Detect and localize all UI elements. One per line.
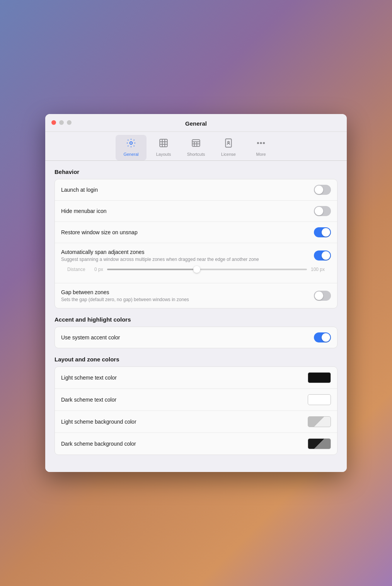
svg-point-14 xyxy=(260,142,261,143)
zone-colors-section-title: Layout and zone colors xyxy=(55,356,337,363)
svg-rect-6 xyxy=(192,140,200,146)
hide-menubar-content: Hide menubar icon xyxy=(61,208,309,215)
svg-rect-1 xyxy=(160,139,167,147)
minimize-button[interactable] xyxy=(59,120,64,125)
accent-section-title: Accent and highlight colors xyxy=(55,316,337,323)
dark-text-label: Dark scheme text color xyxy=(61,397,116,403)
launch-login-content: Launch at login xyxy=(61,186,309,193)
tab-license[interactable]: License xyxy=(213,135,244,160)
hide-menubar-label: Hide menubar icon xyxy=(61,208,107,214)
svg-point-12 xyxy=(228,141,229,143)
gap-zones-toggle[interactable] xyxy=(314,291,331,301)
svg-point-15 xyxy=(263,142,264,143)
tab-more[interactable]: More xyxy=(245,135,276,160)
auto-span-label: Automatically span adjacent zones xyxy=(61,249,145,255)
traffic-lights xyxy=(51,120,72,125)
toolbar: General Layouts xyxy=(45,132,347,160)
dark-bg-label: Dark scheme background color xyxy=(61,441,136,447)
dark-bg-color-swatch[interactable] xyxy=(308,438,331,449)
behavior-card: Launch at login Hide menubar icon Restor… xyxy=(55,179,337,309)
system-accent-content: Use system accent color xyxy=(61,334,309,341)
tab-general[interactable]: General xyxy=(116,135,147,160)
auto-span-description: Suggest spanning a window across multipl… xyxy=(61,256,309,263)
light-bg-row: Light scheme background color xyxy=(55,411,337,433)
tab-shortcuts[interactable]: Shortcuts xyxy=(181,135,211,160)
slider-thumb[interactable] xyxy=(193,266,200,273)
gap-zones-description: Sets the gap (default zero, no gap) betw… xyxy=(61,296,309,303)
distance-slider-row: Distance 0 px 100 px xyxy=(61,263,331,278)
slider-max-label: 100 px xyxy=(311,267,325,272)
light-bg-color-swatch[interactable] xyxy=(308,416,331,427)
svg-point-13 xyxy=(257,142,259,143)
gap-zones-row: Gap between zones Sets the gap (default … xyxy=(55,283,337,308)
main-window: General General xyxy=(45,114,347,472)
svg-point-0 xyxy=(130,141,133,144)
auto-span-toggle[interactable] xyxy=(314,250,331,261)
auto-span-content: Automatically span adjacent zones Sugges… xyxy=(61,249,309,263)
shortcuts-icon xyxy=(191,138,201,150)
distance-label: Distance xyxy=(67,267,90,272)
restore-window-label: Restore window size on unsnap xyxy=(61,229,138,235)
close-button[interactable] xyxy=(51,120,56,125)
gap-zones-content: Gap between zones Sets the gap (default … xyxy=(61,289,309,303)
distance-slider[interactable] xyxy=(107,269,307,270)
slider-fill xyxy=(107,269,197,270)
tab-more-label: More xyxy=(256,152,266,157)
more-icon xyxy=(256,138,266,150)
slider-min-label: 0 px xyxy=(94,267,103,272)
launch-login-toggle[interactable] xyxy=(314,185,331,195)
light-text-color-swatch[interactable] xyxy=(308,372,331,383)
restore-window-toggle[interactable] xyxy=(314,227,331,237)
tab-layouts[interactable]: Layouts xyxy=(148,135,179,160)
light-bg-label: Light scheme background color xyxy=(61,419,136,425)
launch-login-row: Launch at login xyxy=(55,179,337,201)
window-title: General xyxy=(185,120,207,131)
license-icon xyxy=(223,138,233,150)
system-accent-label: Use system accent color xyxy=(61,334,120,341)
hide-menubar-toggle[interactable] xyxy=(314,206,331,216)
auto-span-header: Automatically span adjacent zones Sugges… xyxy=(61,249,331,263)
hide-menubar-row: Hide menubar icon xyxy=(55,201,337,222)
maximize-button[interactable] xyxy=(67,120,72,125)
system-accent-row: Use system accent color xyxy=(55,327,337,348)
accent-card: Use system accent color xyxy=(55,327,337,348)
tab-layouts-label: Layouts xyxy=(156,152,171,157)
content-area: Behavior Launch at login Hide menubar ic… xyxy=(45,161,347,472)
gear-icon xyxy=(126,138,136,150)
launch-login-label: Launch at login xyxy=(61,187,98,193)
light-text-row: Light scheme text color xyxy=(55,367,337,389)
system-accent-toggle[interactable] xyxy=(314,332,331,342)
dark-bg-row: Dark scheme background color xyxy=(55,433,337,455)
restore-window-content: Restore window size on unsnap xyxy=(61,229,309,236)
auto-span-row: Automatically span adjacent zones Sugges… xyxy=(55,243,337,283)
restore-window-row: Restore window size on unsnap xyxy=(55,222,337,243)
zone-colors-card: Light scheme text color Dark scheme text… xyxy=(55,366,337,455)
tab-shortcuts-label: Shortcuts xyxy=(187,152,205,157)
dark-text-row: Dark scheme text color xyxy=(55,389,337,411)
layouts-icon xyxy=(159,138,169,150)
gap-zones-label: Gap between zones xyxy=(61,289,109,295)
dark-text-color-swatch[interactable] xyxy=(308,394,331,405)
tab-license-label: License xyxy=(221,152,236,157)
tab-general-label: General xyxy=(123,152,138,157)
behavior-section-title: Behavior xyxy=(55,169,337,175)
light-text-label: Light scheme text color xyxy=(61,375,117,381)
titlebar: General xyxy=(45,114,347,132)
